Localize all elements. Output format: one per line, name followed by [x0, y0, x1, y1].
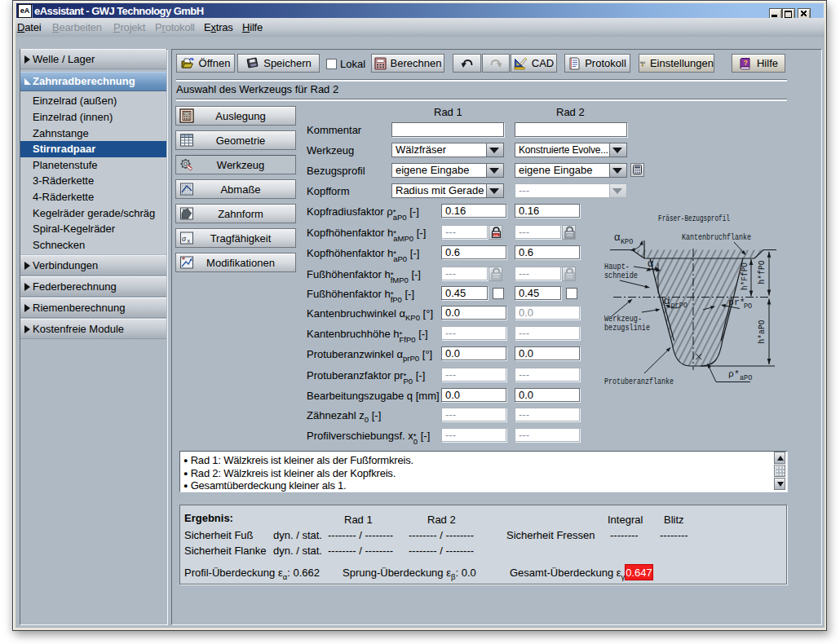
- svg-text:pr*: pr*: [728, 297, 745, 307]
- svg-text:PO: PO: [744, 302, 752, 311]
- svg-text:h*aPO: h*aPO: [756, 320, 767, 343]
- svg-text:h*FfPO: h*FfPO: [739, 262, 749, 290]
- svg-text:bezugslinie: bezugslinie: [604, 322, 650, 333]
- svg-text:α: α: [664, 294, 670, 307]
- svg-text:x: x: [188, 238, 191, 244]
- svg-text:prPO: prPO: [671, 302, 687, 310]
- svg-text:α: α: [614, 231, 621, 243]
- svg-text:Fräser-Bezugsprofil: Fräser-Bezugsprofil: [658, 213, 730, 223]
- svg-text:h*fPO: h*fPO: [756, 260, 767, 284]
- svg-text:Protuberanzflanke: Protuberanzflanke: [604, 376, 674, 386]
- svg-text:KPO: KPO: [621, 238, 633, 246]
- svg-text:?: ?: [743, 59, 748, 67]
- svg-text:ρ*: ρ*: [728, 368, 740, 379]
- svg-text:Kantenbruchflanke: Kantenbruchflanke: [682, 232, 751, 242]
- svg-text:aPO: aPO: [740, 374, 752, 382]
- svg-text:schneide: schneide: [604, 270, 638, 280]
- svg-text:α: α: [648, 257, 654, 269]
